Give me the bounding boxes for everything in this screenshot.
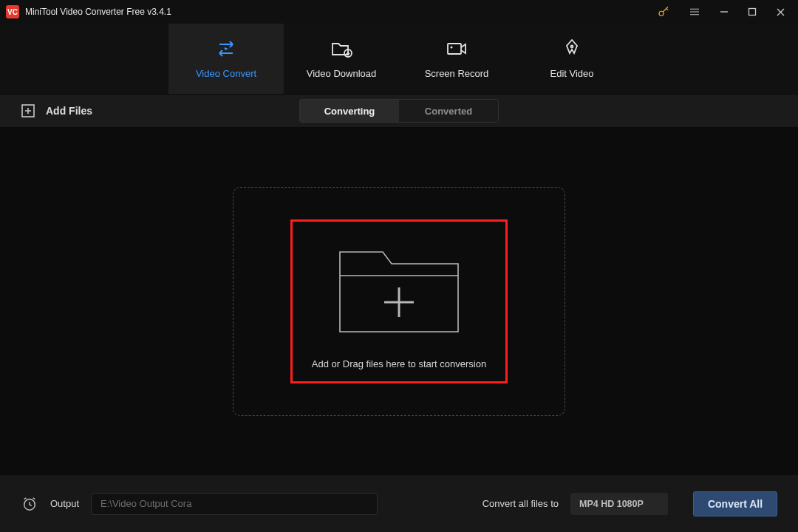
titlebar-controls: [656, 4, 792, 19]
app-icon-text: VC: [7, 8, 18, 16]
app-title: MiniTool Video Converter Free v3.4.1: [25, 7, 171, 17]
hamburger-menu-icon[interactable]: [687, 4, 702, 19]
svg-point-0: [659, 11, 664, 16]
maximize-button[interactable]: [746, 6, 758, 18]
add-file-plus-icon: [21, 103, 35, 118]
key-icon[interactable]: [656, 4, 671, 19]
chevron-down-icon: [650, 499, 659, 508]
convert-all-button[interactable]: Convert All: [693, 491, 777, 516]
subtab-converting[interactable]: Converting: [300, 100, 399, 122]
close-button[interactable]: [774, 6, 786, 18]
svg-point-5: [571, 46, 573, 48]
tab-video-convert[interactable]: Video Convert: [168, 24, 284, 94]
edit-nib-icon: [563, 38, 581, 59]
titlebar: VC MiniTool Video Converter Free v3.4.1: [0, 0, 798, 24]
folder-plus-icon: [335, 234, 463, 341]
convert-all-label: Convert all files to: [482, 498, 559, 509]
convert-all-button-label: Convert All: [708, 498, 763, 510]
output-path-select[interactable]: E:\Video Output Cora: [91, 493, 378, 515]
svg-rect-3: [448, 44, 461, 54]
minimize-button[interactable]: [718, 6, 730, 18]
app-icon: VC: [6, 5, 19, 18]
subtab-label: Converting: [324, 106, 375, 117]
download-folder-icon: [330, 38, 352, 59]
output-format-select[interactable]: MP4 HD 1080P: [570, 493, 668, 515]
tab-video-download[interactable]: Video Download: [284, 24, 399, 94]
toolbar-row: Add Files Converting Converted: [0, 94, 798, 128]
add-files-button[interactable]: Add Files: [21, 103, 122, 118]
svg-rect-1: [749, 9, 756, 16]
main-nav: Video Convert Video Download Screen Reco…: [0, 24, 798, 94]
chevron-down-icon: [359, 499, 368, 508]
tab-label: Edit Video: [550, 68, 593, 79]
alarm-clock-icon[interactable]: [21, 495, 38, 513]
tab-screen-record[interactable]: Screen Record: [399, 24, 514, 94]
subtab-converted[interactable]: Converted: [399, 100, 498, 122]
output-path-value: E:\Video Output Cora: [100, 498, 191, 509]
chevron-down-icon[interactable]: [113, 106, 122, 115]
output-label: Output: [50, 498, 79, 509]
dropzone-hint: Add or Drag files here to start conversi…: [312, 358, 486, 369]
add-files-label: Add Files: [46, 105, 92, 117]
convert-arrows-icon: [215, 38, 237, 59]
dropzone-highlight[interactable]: Add or Drag files here to start conversi…: [290, 219, 508, 383]
main-area: Add or Drag files here to start conversi…: [0, 128, 798, 475]
tab-label: Screen Record: [425, 68, 489, 79]
tab-label: Video Download: [307, 68, 376, 79]
record-camera-icon: [446, 38, 468, 59]
tab-edit-video[interactable]: Edit Video: [514, 24, 630, 94]
format-value: MP4 HD 1080P: [579, 499, 644, 509]
subtabs: Converting Converted: [299, 99, 499, 123]
subtab-label: Converted: [425, 106, 472, 117]
dropzone[interactable]: Add or Drag files here to start conversi…: [233, 187, 565, 416]
tab-label: Video Convert: [196, 68, 256, 79]
svg-point-4: [451, 47, 453, 49]
bottombar: Output E:\Video Output Cora Convert all …: [0, 475, 798, 532]
